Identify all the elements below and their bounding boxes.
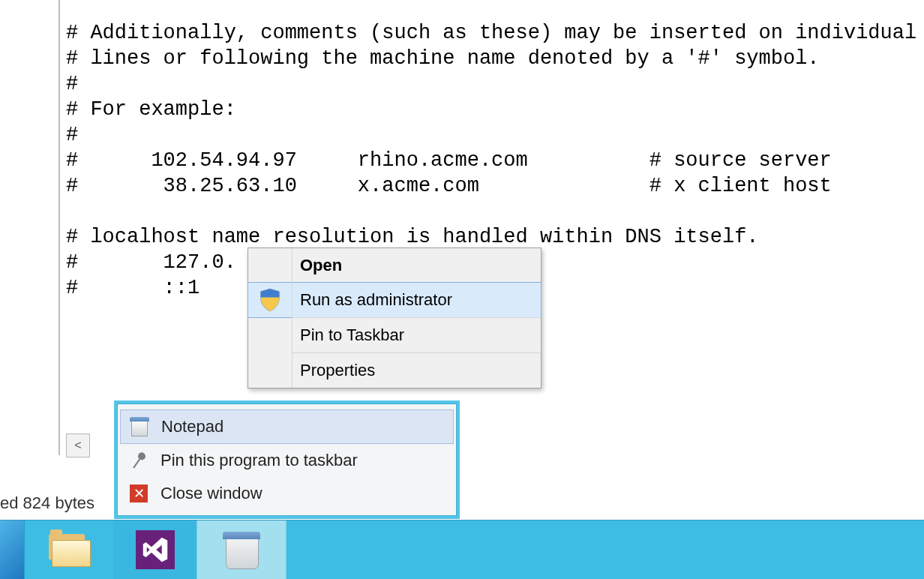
- jumplist-popup: Notepad Pin this program to taskbar ✕ Cl…: [114, 400, 460, 519]
- status-bar: ed 824 bytes: [0, 494, 94, 513]
- ctx-run-admin-label: Run as administrator: [292, 290, 452, 310]
- chevron-left-icon: <: [74, 439, 81, 452]
- context-menu: Open Run as administrator Pin to Taskbar…: [248, 248, 542, 388]
- notepad-icon: [128, 416, 151, 438]
- notepad-icon: [223, 532, 260, 568]
- visual-studio-icon: [136, 530, 175, 569]
- taskbar-visual-studio[interactable]: [113, 520, 196, 579]
- ctx-open-label: Open: [292, 256, 342, 275]
- shield-icon: [248, 283, 292, 317]
- ctx-properties-label: Properties: [292, 361, 375, 380]
- ctx-pin-label: Pin to Taskbar: [292, 326, 404, 345]
- jumplist-pin-label: Pin this program to taskbar: [160, 451, 358, 470]
- taskbar-notepad[interactable]: [196, 520, 286, 579]
- jumplist-app-notepad[interactable]: Notepad: [120, 410, 454, 444]
- jumplist-app-label: Notepad: [161, 417, 224, 436]
- folder-icon: [49, 534, 89, 566]
- taskbar: [0, 520, 924, 579]
- jumplist-close-label: Close window: [160, 484, 262, 503]
- ctx-run-as-admin[interactable]: Run as administrator: [248, 282, 542, 318]
- pin-icon: [128, 449, 150, 472]
- ctx-properties[interactable]: Properties: [248, 353, 541, 388]
- ctx-icon-blank: [248, 353, 292, 388]
- ctx-pin-taskbar[interactable]: Pin to Taskbar: [248, 318, 541, 352]
- taskbar-explorer[interactable]: [25, 520, 113, 579]
- scroll-left-button[interactable]: <: [66, 434, 90, 458]
- ctx-icon-blank: [248, 248, 292, 283]
- status-text: ed 824 bytes: [0, 494, 94, 512]
- close-icon: ✕: [128, 482, 150, 505]
- jumplist-pin[interactable]: Pin this program to taskbar: [117, 444, 457, 477]
- ctx-icon-blank: [248, 318, 292, 352]
- start-button[interactable]: [0, 520, 25, 579]
- jumplist-close[interactable]: ✕ Close window: [117, 477, 457, 510]
- ctx-open[interactable]: Open: [248, 248, 541, 283]
